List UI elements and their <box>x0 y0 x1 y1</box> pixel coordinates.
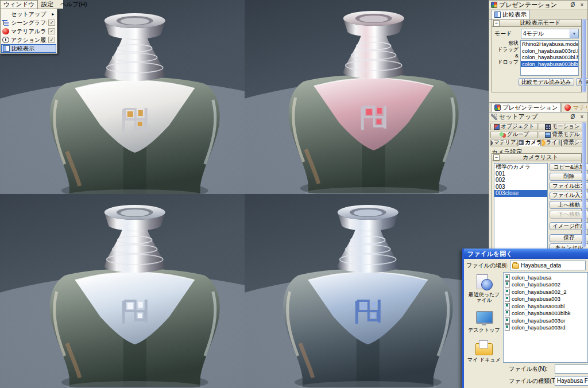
tab-objects[interactable]: オブジェクト <box>490 123 538 130</box>
material-sphere-icon <box>2 28 9 34</box>
mode-combobox[interactable]: 4モデル ▼ <box>521 29 579 38</box>
file-item[interactable]: colon_hayabusa <box>505 274 586 281</box>
location-combobox[interactable]: Hayabusa_data <box>510 261 586 270</box>
background-model-icon <box>545 132 551 138</box>
file-icon <box>505 281 510 288</box>
file-item[interactable]: colon_hayabusa003blbk <box>505 310 586 317</box>
dialog-titlebar[interactable]: ファイルを開く <box>464 249 588 259</box>
panel-dock-tabs: プレゼンテーション マテリアルライブラリ <box>489 103 587 112</box>
close-icon[interactable]: × <box>578 2 586 9</box>
file-item[interactable]: colon_hayabusa003 <box>505 296 586 303</box>
menu-item-compareview[interactable]: 比較表示 <box>1 44 56 53</box>
camera-item[interactable]: 003 <box>494 184 547 191</box>
presentation-panel: プレゼンテーション Ø × 比較表示 − 比較表示モード モード 4モデル ▼ <box>489 0 588 103</box>
pin-icon[interactable]: Ø <box>569 114 577 121</box>
render-pane-model-3[interactable] <box>0 194 245 388</box>
rendered-bottle-paleblue <box>0 194 245 388</box>
menu-bar: ウィンドウ 設定 ヘルプ(H) <box>0 0 63 9</box>
camera-item-selected[interactable]: 003close <box>494 190 547 197</box>
collapse-button[interactable]: − <box>493 20 500 26</box>
render-pane-model-4[interactable] <box>245 194 489 388</box>
menu-item-actionhistory[interactable]: アクション履歴(A) ✓ <box>1 36 56 44</box>
file-item[interactable]: colon_hayabusa003or <box>505 317 586 324</box>
light-sun-icon <box>541 140 545 146</box>
menu-settings[interactable]: 設定 <box>38 0 57 9</box>
file-icon <box>505 303 510 309</box>
panel-title: プレゼンテーション <box>499 1 567 9</box>
tab-light[interactable]: ライト <box>541 139 560 146</box>
place-desktop[interactable]: デスクトップ <box>468 309 500 337</box>
compare-model-listbox[interactable]: Rhino2Hayabusa.model_work colon_hayabusa… <box>520 40 579 76</box>
file-item[interactable]: colon_hayabusa002_2 <box>505 288 586 296</box>
filetype-label: ファイルの種類(T): <box>509 377 552 385</box>
scene-graph-icon <box>2 20 9 26</box>
file-item[interactable]: colon_hayabusa003rd <box>505 324 586 332</box>
camera-item[interactable]: 002 <box>494 177 547 184</box>
tab-material[interactable]: マテリアル <box>490 139 518 146</box>
presentation-icon <box>494 104 501 111</box>
compare-view-icon <box>494 11 501 18</box>
list-item[interactable]: Rhino2Hayabusa.model_work <box>521 41 578 48</box>
close-icon[interactable]: × <box>578 114 586 121</box>
menu-item-materiallibrary[interactable]: マテリアルライブラリ(M) ✓ <box>1 27 56 36</box>
tab-background-model[interactable]: 背景モデル <box>539 131 586 138</box>
menu-item-setup[interactable]: セットアップ ► <box>1 10 56 18</box>
pin-icon[interactable]: Ø <box>569 2 577 9</box>
file-icon <box>505 296 510 302</box>
list-item[interactable]: colon_hayabusa003rd.hyp/Rhino2H <box>521 48 578 55</box>
render-pane-model-2[interactable] <box>245 0 489 194</box>
presentation-tabs: 比較表示 <box>489 10 587 20</box>
mode-label: モード <box>494 30 519 38</box>
file-icon <box>505 324 510 331</box>
rendered-bottle-blue <box>245 194 489 388</box>
place-recent-files[interactable]: 最近使ったファイル <box>466 273 502 308</box>
tab-material-library[interactable]: マテリアルライブラリ <box>561 103 588 112</box>
file-icon <box>505 317 510 324</box>
filename-input[interactable] <box>555 364 588 374</box>
menu-item-scenegraph[interactable]: シーングラフ(G) ✓ <box>1 18 56 27</box>
camera-list-header: − カメラリスト <box>492 154 581 161</box>
blank-icon <box>2 11 9 18</box>
comparison-viewport <box>0 0 489 388</box>
submenu-arrow-icon: ► <box>51 12 55 16</box>
camera-item[interactable]: 標準のカメラ <box>494 164 547 170</box>
group-spheres-icon <box>500 132 506 138</box>
checkmark[interactable]: ✓ <box>48 20 55 26</box>
checkmark[interactable]: ✓ <box>48 28 55 34</box>
setup-panel-titlebar: セットアップ Ø × <box>489 112 587 122</box>
location-label: ファイルの場所(I): <box>466 262 508 270</box>
motion-film-icon <box>545 124 551 130</box>
camera-listbox[interactable]: 標準のカメラ 001 002 003 003close <box>494 163 548 249</box>
tab-motion[interactable]: モーション <box>539 123 586 130</box>
camera-item[interactable]: 001 <box>494 170 547 177</box>
tab-camera[interactable]: カメラ <box>519 139 541 146</box>
place-my-documents[interactable]: マイ ドキュメント <box>466 339 502 363</box>
panel-scrollbar[interactable] <box>582 19 586 92</box>
file-list[interactable]: colon_hayabusa colon_hayabusa002 colon_h… <box>503 272 588 363</box>
desktop-icon <box>474 309 494 327</box>
checkmark[interactable]: ✓ <box>48 37 55 43</box>
chevron-down-icon[interactable]: ▼ <box>570 29 578 38</box>
file-item[interactable]: colon_hayabusa002 <box>505 281 586 289</box>
menu-window[interactable]: ウィンドウ <box>0 0 38 9</box>
collapse-button[interactable]: − <box>493 154 500 161</box>
list-item[interactable]: colon_hayabusa003bl.hyp/Rhino2H <box>521 54 578 61</box>
compare-mode-header: − 比較表示モード <box>492 20 581 27</box>
material-ball-icon <box>490 140 493 146</box>
load-compare-model-button[interactable]: 比較モデル読み込み <box>519 78 574 86</box>
menu-help[interactable]: ヘルプ(H) <box>57 0 91 9</box>
filename-label: ファイル名(N): <box>509 365 552 373</box>
file-icon <box>505 289 510 295</box>
tab-group[interactable]: グループ <box>490 131 538 138</box>
places-bar: 最近使ったファイル デスクトップ マイ ドキュメント マイ コンピュータ <box>466 271 502 363</box>
panel-scrollbar[interactable] <box>582 122 586 247</box>
filetype-combobox[interactable]: Hayabusa Files (*.hyp <box>555 376 588 386</box>
file-item[interactable]: colon_hayabusa003bl <box>505 302 586 310</box>
file-icon <box>505 310 510 316</box>
tab-compare-view[interactable]: 比較表示 <box>491 10 530 19</box>
presentation-icon <box>491 2 497 8</box>
compare-view-icon <box>3 45 10 52</box>
tab-presentation[interactable]: プレゼンテーション <box>491 103 561 112</box>
list-item-selected[interactable]: colon_hayabusa003blbk.hyp/Rhino2 <box>521 61 578 68</box>
file-open-dialog: ファイルを開く ファイルの場所(I): Hayabusa_data 最近使ったフ… <box>462 249 588 388</box>
